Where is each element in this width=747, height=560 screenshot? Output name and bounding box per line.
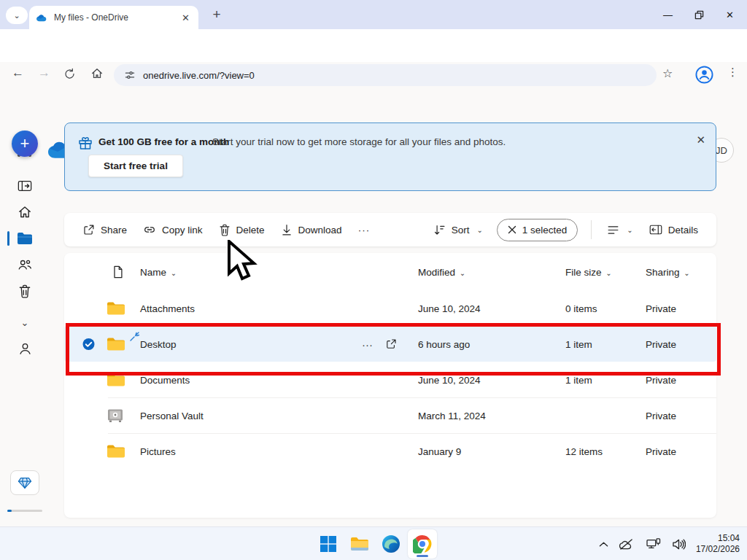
- column-header-sharing[interactable]: Sharing ⌄: [646, 266, 690, 277]
- add-new-button[interactable]: +: [12, 131, 38, 157]
- gift-icon: [78, 136, 93, 150]
- network-icon[interactable]: [646, 537, 662, 551]
- file-sharing: Private: [646, 410, 676, 421]
- file-sharing: Private: [646, 338, 676, 349]
- onedrive-header: Photos Files ⚙ JD: [0, 62, 747, 113]
- command-bar: Share Copy link Delete Download ··· Sort…: [64, 213, 716, 246]
- sort-icon: [433, 224, 446, 236]
- sidebar-item-my-files[interactable]: [10, 226, 39, 251]
- file-list: Name ⌄ Modified ⌄ File size ⌄ Sharing ⌄ …: [64, 253, 716, 518]
- toolbar-divider: [591, 220, 592, 239]
- browser-tab[interactable]: My files - OneDrive ✕: [29, 6, 198, 29]
- promo-title: Get 100 GB free for a month: [98, 136, 229, 147]
- sidebar-item-home[interactable]: [10, 200, 39, 225]
- browser-toolbar: ← → onedrive.live.com/?view=0 ☆ ⋮: [0, 29, 747, 62]
- sidebar-item-person[interactable]: [10, 336, 39, 361]
- selected-check-icon[interactable]: [82, 338, 95, 350]
- delete-button[interactable]: Delete: [211, 217, 273, 243]
- column-header-modified[interactable]: Modified ⌄: [418, 266, 465, 277]
- file-type-column-icon[interactable]: [112, 265, 123, 279]
- download-icon: [281, 224, 293, 236]
- file-modified: March 11, 2024: [418, 410, 486, 421]
- file-explorer-button[interactable]: [345, 529, 374, 559]
- share-button[interactable]: Share: [74, 217, 135, 243]
- file-sharing: Private: [646, 374, 676, 385]
- banner-close-icon[interactable]: ✕: [696, 133, 705, 147]
- promo-description: Start your trial now to get more storage…: [212, 136, 506, 147]
- table-row-attachments[interactable]: Attachments June 10, 2024 0 items Privat…: [64, 290, 716, 326]
- file-name[interactable]: Pictures: [140, 446, 176, 456]
- column-header-file-size[interactable]: File size ⌄: [565, 266, 612, 277]
- file-size: 1 item: [565, 374, 592, 385]
- folder-icon: [107, 372, 125, 387]
- details-pane-icon: [649, 224, 662, 236]
- start-button[interactable]: [314, 529, 343, 559]
- tab-close-icon[interactable]: ✕: [180, 12, 191, 23]
- clear-selection-icon: [508, 225, 516, 234]
- windows-logo-icon: [320, 535, 337, 553]
- table-row-personal-vault[interactable]: Personal Vault March 11, 2024 Private: [64, 397, 716, 433]
- premium-upgrade-button[interactable]: [10, 470, 39, 495]
- chrome-icon: [413, 534, 432, 553]
- tray-chevron-up-icon[interactable]: [599, 541, 608, 548]
- tab-search-chevron-icon[interactable]: ⌄: [6, 7, 28, 24]
- table-row-desktop[interactable]: Desktop ··· 6 hours ago 1 item Private: [64, 326, 716, 362]
- expand-panel-icon[interactable]: [10, 174, 39, 198]
- column-header-name[interactable]: Name ⌄: [140, 266, 177, 277]
- trash-icon: [219, 224, 231, 236]
- window-minimize-button[interactable]: —: [663, 9, 673, 20]
- table-row-pictures[interactable]: Pictures January 9 12 items Private: [64, 433, 716, 469]
- start-free-trial-button[interactable]: Start free trial: [88, 155, 183, 177]
- view-options-button[interactable]: ⌄: [599, 217, 640, 243]
- list-header-row: Name ⌄ Modified ⌄ File size ⌄ Sharing ⌄: [64, 253, 716, 290]
- file-name[interactable]: Desktop: [140, 338, 177, 349]
- clock-date: 17/02/2026: [696, 544, 740, 555]
- selection-count-button[interactable]: 1 selected: [497, 219, 578, 241]
- folder-icon: [107, 336, 125, 351]
- file-size: 1 item: [565, 338, 592, 349]
- file-modified: 6 hours ago: [418, 338, 470, 349]
- file-size: 12 items: [565, 446, 603, 456]
- taskbar-clock[interactable]: 15:04 17/02/2026: [696, 533, 740, 555]
- file-sharing: Private: [646, 446, 676, 456]
- file-name[interactable]: Documents: [140, 374, 190, 385]
- file-explorer-icon: [350, 536, 369, 552]
- vault-icon: [107, 408, 124, 423]
- storage-usage-bar: [7, 510, 42, 512]
- share-icon: [82, 224, 95, 236]
- file-sharing: Private: [646, 303, 676, 314]
- click-spark-icon: [130, 332, 140, 341]
- clock-time: 15:04: [696, 533, 740, 544]
- copy-link-button[interactable]: Copy link: [135, 217, 211, 243]
- folder-icon: [107, 443, 125, 459]
- new-tab-button[interactable]: +: [207, 5, 226, 24]
- sort-button[interactable]: Sort⌄: [425, 217, 491, 243]
- onedrive-paused-icon[interactable]: [619, 538, 635, 551]
- promo-banner: Get 100 GB free for a month Start your t…: [64, 122, 716, 191]
- browser-tab-strip: ⌄ My files - OneDrive ✕ + — ✕: [0, 0, 747, 29]
- file-modified: June 10, 2024: [418, 303, 481, 314]
- file-modified: January 9: [418, 446, 461, 456]
- file-name[interactable]: Attachments: [140, 303, 195, 314]
- table-row-documents[interactable]: Documents June 10, 2024 1 item Private: [64, 362, 716, 397]
- active-nav-indicator: [7, 231, 9, 246]
- chrome-button-active[interactable]: [408, 529, 437, 559]
- volume-icon[interactable]: [672, 538, 686, 551]
- window-restore-button[interactable]: [694, 10, 704, 20]
- sidebar-item-shared[interactable]: [10, 252, 39, 277]
- more-actions-button[interactable]: ···: [350, 217, 379, 243]
- row-more-icon[interactable]: ···: [362, 338, 373, 350]
- sidebar-item-recycle-bin[interactable]: [10, 279, 39, 303]
- download-button[interactable]: Download: [273, 217, 350, 243]
- tab-title: My files - OneDrive: [54, 12, 174, 23]
- folder-icon: [107, 300, 125, 316]
- window-close-button[interactable]: ✕: [726, 9, 734, 20]
- file-name[interactable]: Personal Vault: [140, 410, 204, 421]
- link-icon: [143, 223, 156, 236]
- details-button[interactable]: Details: [641, 217, 706, 243]
- list-view-icon: [607, 225, 619, 236]
- edge-button[interactable]: [376, 529, 406, 559]
- nav-chevron-down-icon[interactable]: ⌄: [10, 310, 39, 335]
- left-navigation-rail: + ⌄: [0, 62, 50, 526]
- row-share-icon[interactable]: [385, 338, 397, 350]
